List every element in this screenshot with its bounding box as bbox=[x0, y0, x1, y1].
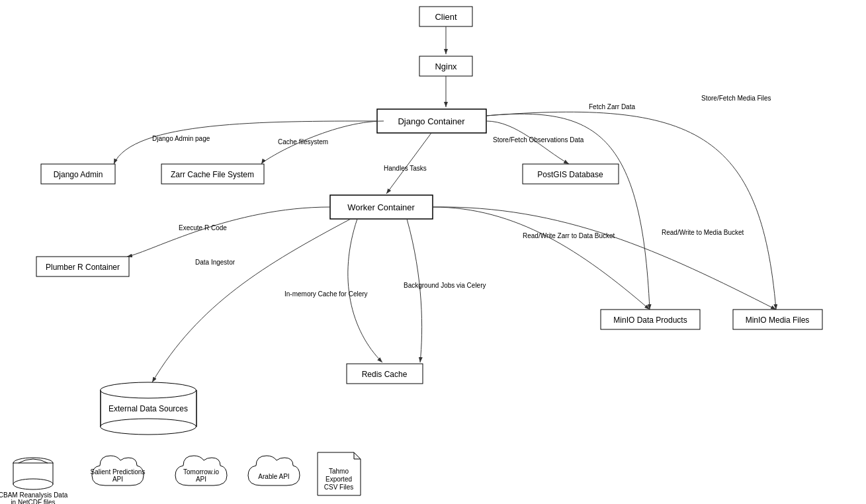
edge-exec-r: Execute R Code bbox=[179, 224, 227, 231]
svg-line-7 bbox=[386, 133, 431, 194]
diagram-container: Client Nginx Django Container Django Adm… bbox=[0, 0, 866, 504]
cbam-label: CBAM Reanalysis Data bbox=[0, 491, 68, 499]
edge-store-obs: Store/Fetch Observations Data bbox=[493, 136, 584, 144]
edge-inmem-cache: In-memory Cache for Celery bbox=[284, 290, 368, 298]
tahmo-label1: Tahmo bbox=[329, 468, 349, 475]
django-admin-label: Django Admin bbox=[54, 170, 103, 179]
external-data-label: External Data Sources bbox=[108, 404, 188, 413]
redis-label: Redis Cache bbox=[362, 370, 408, 379]
cbam-label2: in NetCDF files bbox=[11, 499, 55, 504]
postgis-label: PostGIS Database bbox=[537, 170, 603, 179]
salient-label: Salient Predictions bbox=[91, 468, 146, 476]
tomorrow-label: Tomorrow.io bbox=[183, 468, 219, 476]
edge-bg-jobs: Background Jobs via Celery bbox=[404, 282, 486, 289]
architecture-diagram: Client Nginx Django Container Django Adm… bbox=[0, 0, 866, 504]
plumber-r-label: Plumber R Container bbox=[46, 263, 120, 272]
django-label: Django Container bbox=[398, 116, 465, 126]
edge-zarr-data: Read/Write Zarr to Data Bucket bbox=[523, 232, 615, 239]
worker-label: Worker Container bbox=[347, 202, 415, 212]
tahmo-label2: Exported bbox=[325, 476, 352, 483]
edge-cache-fs: Cache filesystem bbox=[278, 138, 328, 146]
edge-media-bucket: Read/Write to Media Bucket bbox=[662, 229, 744, 236]
client-label: Client bbox=[435, 12, 457, 22]
zarr-cache-label: Zarr Cache File System bbox=[171, 170, 254, 179]
svg-marker-25 bbox=[354, 452, 361, 459]
minio-media-label: MinIO Media Files bbox=[746, 315, 810, 325]
tahmo-label3: CSV Files bbox=[324, 483, 353, 491]
edge-django-admin: Django Admin page bbox=[152, 135, 210, 142]
svg-point-23 bbox=[13, 479, 53, 489]
edge-fetch-zarr: Fetch Zarr Data bbox=[589, 103, 635, 110]
tomorrow-label2: API bbox=[196, 476, 206, 483]
minio-data-label: MinIO Data Products bbox=[613, 315, 687, 325]
edge-handles-tasks: Handles Tasks bbox=[384, 165, 427, 172]
edge-media-files: Store/Fetch Media Files bbox=[701, 95, 771, 102]
salient-label2: API bbox=[112, 476, 123, 483]
nginx-label: Nginx bbox=[435, 62, 457, 71]
arable-label: Arable API bbox=[258, 473, 289, 480]
svg-point-18 bbox=[101, 419, 196, 435]
edge-data-ingestor: Data Ingestor bbox=[195, 259, 236, 266]
svg-point-17 bbox=[101, 382, 196, 398]
